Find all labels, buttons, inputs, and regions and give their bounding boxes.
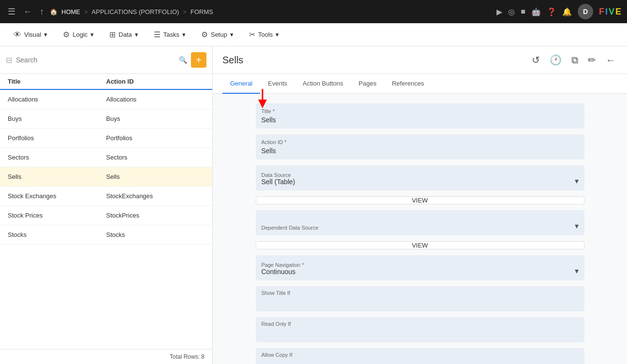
allow-copy-if-input[interactable]: Allow Copy If [256, 348, 584, 364]
nav-left: ☰ ← ↑ 🏠 HOME > APPLICATIONS (PORTFOLIO) … [6, 4, 489, 19]
title-label: Title * [262, 108, 579, 114]
action-id-label: Action ID * [262, 139, 579, 145]
row-action-id: StockPrices [106, 212, 205, 219]
page-navigation-dropdown[interactable]: Page Navigation * Continuous ▾ [256, 255, 584, 280]
tab-action-buttons[interactable]: Action Buttons [295, 74, 351, 94]
menu-tasks[interactable]: ☰ Tasks ▾ [148, 27, 191, 42]
row-title: Portfolios [8, 134, 106, 142]
dependent-data-source-field: Dependent Data Source ▾ VIEW [256, 210, 584, 249]
table-row[interactable]: Stock Exchanges StockExchanges [0, 187, 212, 206]
close-icon[interactable]: ← [604, 53, 617, 68]
history-icon[interactable]: 🕐 [548, 52, 564, 68]
table-row[interactable]: Sectors Sectors [0, 148, 212, 167]
bell-icon[interactable]: 🔔 [562, 7, 572, 16]
row-action-id: Stocks [106, 231, 205, 238]
page-title: Sells [222, 55, 243, 66]
home-icon[interactable]: 🏠 [50, 8, 58, 15]
breadcrumb-forms[interactable]: FORMS [190, 8, 213, 15]
main-layout: ⊟ 🔍 + Title Action ID Allocations Alloca… [0, 46, 627, 364]
search-input[interactable] [16, 56, 175, 64]
tasks-chevron: ▾ [182, 31, 186, 38]
action-id-field: Action ID * Sells [256, 134, 584, 160]
add-button[interactable]: + [191, 52, 206, 68]
data-source-value: Sell (Table) [262, 178, 295, 186]
tab-pages[interactable]: Pages [351, 74, 384, 94]
search-circle-icon[interactable]: ◎ [508, 7, 515, 16]
row-title: Sells [8, 173, 106, 180]
dependent-data-source-dropdown[interactable]: Dependent Data Source ▾ [256, 210, 584, 235]
edit-icon[interactable]: ✏ [586, 52, 598, 68]
show-title-if-field: Show Title If [256, 286, 584, 311]
help-icon[interactable]: ❓ [547, 7, 556, 16]
menu-visual[interactable]: 👁 Visual ▾ [8, 28, 53, 42]
menu-data[interactable]: ⊞ Data ▾ [103, 27, 144, 42]
five-logo: FIVE [599, 7, 621, 17]
search-icon: 🔍 [179, 56, 187, 64]
breadcrumb-sep2: > [183, 8, 187, 15]
robot-icon[interactable]: 🤖 [531, 7, 541, 16]
logic-icon: ⚙ [63, 30, 70, 39]
table-row[interactable]: Stocks Stocks [0, 225, 212, 245]
stop-icon[interactable]: ■ [521, 7, 525, 16]
menu-logic[interactable]: ⚙ Logic ▾ [57, 27, 100, 42]
data-source-label: Data Source [262, 172, 295, 178]
tab-references[interactable]: References [384, 74, 432, 94]
row-title: Stocks [8, 231, 106, 238]
setup-chevron: ▾ [230, 31, 233, 38]
view-button-1[interactable]: VIEW [256, 196, 584, 204]
tabs: General Events Action Buttons Pages Refe… [213, 74, 627, 94]
tasks-label: Tasks [163, 31, 179, 38]
table-row-sells[interactable]: Sells Sells [0, 167, 212, 187]
data-source-dropdown[interactable]: Data Source Sell (Table) ▾ [256, 165, 584, 190]
sidebar: ⊟ 🔍 + Title Action ID Allocations Alloca… [0, 46, 213, 364]
menu-setup[interactable]: ⚙ Setup ▾ [195, 27, 239, 42]
copy-icon[interactable]: ⧉ [569, 53, 580, 68]
top-navbar: ☰ ← ↑ 🏠 HOME > APPLICATIONS (PORTFOLIO) … [0, 0, 627, 23]
up-icon[interactable]: ↑ [38, 5, 46, 19]
tools-chevron: ▾ [276, 31, 279, 38]
tasks-icon: ☰ [154, 30, 160, 39]
row-action-id: Sells [106, 173, 205, 180]
row-title: Stock Exchanges [8, 192, 106, 200]
play-icon[interactable]: ▶ [496, 7, 502, 16]
view-button-2[interactable]: VIEW [256, 241, 584, 249]
show-title-if-input[interactable]: Show Title If [256, 286, 584, 311]
action-id-input[interactable]: Action ID * Sells [256, 134, 584, 160]
row-action-id: Sectors [106, 154, 205, 161]
table-row[interactable]: Buys Buys [0, 109, 212, 129]
visual-icon: 👁 [14, 30, 21, 39]
table-row[interactable]: Portfolios Portfolios [0, 129, 212, 148]
table-footer: Total Rows: 8 [0, 349, 212, 364]
breadcrumb-applications[interactable]: APPLICATIONS (PORTFOLIO) [92, 8, 179, 15]
logic-chevron: ▾ [90, 31, 94, 38]
form-inner: Title * Sells Action ID * Sells Data [256, 103, 584, 364]
table-row[interactable]: Stock Prices StockPrices [0, 206, 212, 225]
home-label[interactable]: HOME [61, 8, 80, 15]
read-only-if-field: Read Only If [256, 317, 584, 342]
filter-icon: ⊟ [6, 56, 12, 65]
page-navigation-value: Continuous [262, 268, 296, 276]
content-actions: ↺ 🕐 ⧉ ✏ ← [530, 52, 617, 68]
content-header: Sells ↺ 🕐 ⧉ ✏ ← [213, 46, 627, 74]
hamburger-icon[interactable]: ☰ [6, 4, 17, 19]
row-title: Sectors [8, 154, 106, 161]
show-title-if-label: Show Title If [262, 290, 579, 296]
tab-events[interactable]: Events [260, 74, 295, 94]
table-header: Title Action ID [0, 74, 212, 90]
allow-copy-if-label: Allow Copy If [262, 352, 579, 358]
table-row[interactable]: Allocations Allocations [0, 90, 212, 109]
title-input[interactable]: Title * Sells [256, 103, 584, 129]
data-source-chevron-icon: ▾ [575, 176, 579, 186]
action-id-value: Sells [262, 147, 579, 155]
row-action-id: Portfolios [106, 134, 205, 142]
undo-icon[interactable]: ↺ [530, 52, 542, 68]
tab-general[interactable]: General [222, 74, 260, 94]
avatar[interactable]: D [578, 4, 593, 19]
setup-label: Setup [211, 31, 227, 38]
back-icon[interactable]: ← [21, 5, 34, 19]
menu-tools[interactable]: ✂ Tools ▾ [243, 27, 285, 42]
search-input-wrap: 🔍 [16, 56, 187, 64]
read-only-if-label: Read Only If [262, 321, 579, 327]
row-title: Allocations [8, 96, 106, 103]
read-only-if-input[interactable]: Read Only If [256, 317, 584, 342]
